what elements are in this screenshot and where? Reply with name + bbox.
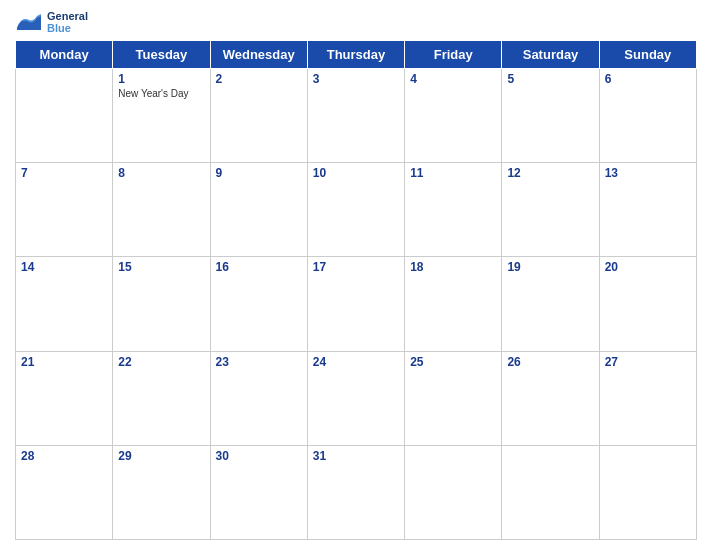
day-number: 20 [605, 260, 691, 274]
day-cell: 9 [210, 163, 307, 257]
day-cell: 21 [16, 351, 113, 445]
day-number: 16 [216, 260, 302, 274]
calendar-header: General Blue [15, 10, 697, 34]
day-cell: 28 [16, 445, 113, 539]
week-row-3: 14151617181920 [16, 257, 697, 351]
day-cell: 31 [307, 445, 404, 539]
day-number: 21 [21, 355, 107, 369]
day-number: 6 [605, 72, 691, 86]
week-row-5: 28293031 [16, 445, 697, 539]
day-number: 1 [118, 72, 204, 86]
day-number: 18 [410, 260, 496, 274]
day-cell: 23 [210, 351, 307, 445]
day-cell: 1New Year's Day [113, 69, 210, 163]
day-cell: 13 [599, 163, 696, 257]
calendar-table: MondayTuesdayWednesdayThursdayFridaySatu… [15, 40, 697, 540]
day-number: 17 [313, 260, 399, 274]
day-number: 23 [216, 355, 302, 369]
day-cell: 22 [113, 351, 210, 445]
day-cell: 26 [502, 351, 599, 445]
day-cell: 5 [502, 69, 599, 163]
day-cell: 29 [113, 445, 210, 539]
day-number: 10 [313, 166, 399, 180]
day-number: 26 [507, 355, 593, 369]
day-cell: 4 [405, 69, 502, 163]
day-number: 12 [507, 166, 593, 180]
week-row-4: 21222324252627 [16, 351, 697, 445]
day-cell: 12 [502, 163, 599, 257]
weekday-monday: Monday [16, 41, 113, 69]
day-cell: 7 [16, 163, 113, 257]
day-cell: 15 [113, 257, 210, 351]
day-number: 29 [118, 449, 204, 463]
day-number: 31 [313, 449, 399, 463]
day-cell: 10 [307, 163, 404, 257]
day-cell: 2 [210, 69, 307, 163]
day-cell: 24 [307, 351, 404, 445]
day-number: 22 [118, 355, 204, 369]
week-row-2: 78910111213 [16, 163, 697, 257]
day-number: 4 [410, 72, 496, 86]
day-number: 11 [410, 166, 496, 180]
day-number: 2 [216, 72, 302, 86]
day-cell: 6 [599, 69, 696, 163]
day-number: 14 [21, 260, 107, 274]
day-cell [405, 445, 502, 539]
day-number: 24 [313, 355, 399, 369]
day-number: 7 [21, 166, 107, 180]
day-cell: 14 [16, 257, 113, 351]
day-cell [16, 69, 113, 163]
day-number: 15 [118, 260, 204, 274]
day-number: 5 [507, 72, 593, 86]
day-cell: 16 [210, 257, 307, 351]
day-number: 27 [605, 355, 691, 369]
day-number: 30 [216, 449, 302, 463]
day-number: 19 [507, 260, 593, 274]
day-number: 9 [216, 166, 302, 180]
day-number: 13 [605, 166, 691, 180]
day-cell: 27 [599, 351, 696, 445]
weekday-sunday: Sunday [599, 41, 696, 69]
day-cell: 17 [307, 257, 404, 351]
logo-icon [15, 12, 43, 32]
day-number: 28 [21, 449, 107, 463]
logo-general: General [47, 10, 88, 22]
day-cell [599, 445, 696, 539]
week-row-1: 1New Year's Day23456 [16, 69, 697, 163]
weekday-friday: Friday [405, 41, 502, 69]
weekday-saturday: Saturday [502, 41, 599, 69]
logo-blue: Blue [47, 22, 88, 34]
day-number: 3 [313, 72, 399, 86]
day-cell: 18 [405, 257, 502, 351]
day-cell: 3 [307, 69, 404, 163]
holiday-label: New Year's Day [118, 88, 204, 99]
day-cell: 20 [599, 257, 696, 351]
day-cell: 25 [405, 351, 502, 445]
weekday-tuesday: Tuesday [113, 41, 210, 69]
day-cell: 11 [405, 163, 502, 257]
day-cell [502, 445, 599, 539]
day-cell: 30 [210, 445, 307, 539]
weekday-header-row: MondayTuesdayWednesdayThursdayFridaySatu… [16, 41, 697, 69]
day-cell: 19 [502, 257, 599, 351]
day-number: 8 [118, 166, 204, 180]
weekday-wednesday: Wednesday [210, 41, 307, 69]
day-number: 25 [410, 355, 496, 369]
weekday-thursday: Thursday [307, 41, 404, 69]
day-cell: 8 [113, 163, 210, 257]
logo: General Blue [15, 10, 88, 34]
